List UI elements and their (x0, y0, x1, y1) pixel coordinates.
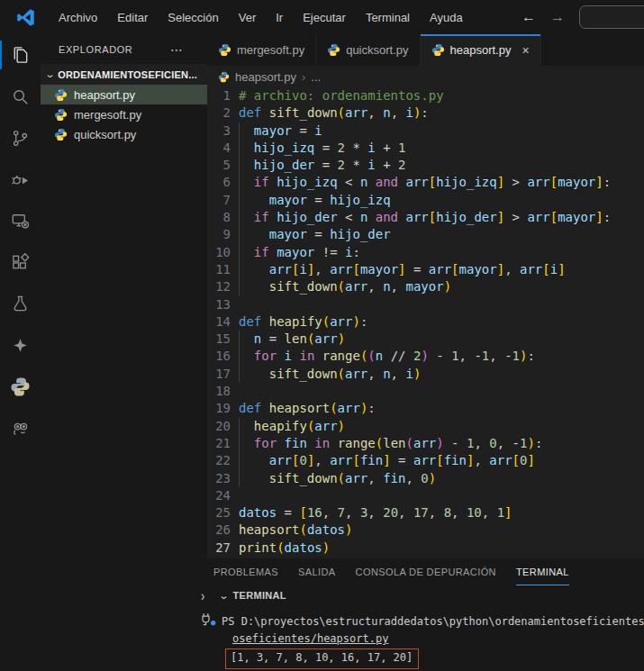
folder-row-ordenamientoseficientes[interactable]: ⌄ ORDENAMIENTOSEFICIEN... (41, 64, 207, 85)
line-content: mayor = hijo_der (239, 226, 644, 243)
python-file-icon (54, 108, 68, 122)
activity-remote-explorer-icon[interactable] (0, 200, 41, 241)
line-number: 5 (207, 157, 239, 174)
python-file-icon (327, 43, 340, 57)
line-number: 11 (207, 261, 239, 278)
menu-item-ayuda[interactable]: Ayuda (422, 7, 471, 28)
line-number: 1 (207, 87, 239, 104)
command-decoration-dot[interactable]: ● (211, 614, 215, 631)
code-line: 9 mayor = hijo_der (207, 226, 644, 243)
line-content: hijo_izq = 2 * i + 1 (239, 140, 644, 157)
activity-run-debug-icon[interactable] (0, 159, 41, 200)
code-editor[interactable]: 1# archivo: ordenamientos.py2def sift_do… (207, 87, 644, 558)
python-file-icon (54, 88, 68, 102)
line-number: 24 (207, 487, 239, 504)
activity-mascot-extension-icon[interactable] (0, 407, 41, 449)
activity-search-icon[interactable] (0, 76, 41, 117)
tab-mergesoft-py[interactable]: mergesoft.py (207, 34, 316, 66)
command-center-search[interactable] (579, 5, 644, 29)
menu-item-ver[interactable]: Ver (231, 7, 265, 28)
line-number: 13 (207, 296, 239, 313)
breadcrumb[interactable]: heapsort.py › ... (207, 66, 644, 87)
more-actions-icon[interactable]: ⋯ (170, 46, 207, 53)
panel-expand-icon[interactable]: › (201, 587, 204, 603)
code-line: 2def sift_down(arr, n, i): (207, 104, 644, 122)
code-line: 27print(datos) (207, 540, 644, 557)
line-number: 21 (207, 435, 239, 452)
breadcrumb-symbol[interactable]: ... (311, 70, 321, 84)
line-number: 4 (207, 140, 239, 157)
tab-label: quicksort.py (346, 43, 408, 57)
line-content: if mayor != i: (239, 244, 644, 261)
line-content: heapsort(datos) (239, 521, 644, 539)
file-item-quicksort-py[interactable]: quicksort.py (41, 124, 207, 144)
close-icon[interactable]: × (522, 43, 529, 58)
activity-copilot-sparkle-icon[interactable] (0, 324, 41, 366)
line-content: for fin in range(len(arr) - 1, 0, -1): (239, 435, 644, 452)
forward-arrow-icon[interactable]: → (550, 10, 565, 24)
activity-testing-icon[interactable] (0, 283, 41, 324)
indent-guide (239, 418, 240, 435)
python-file-icon (54, 128, 68, 141)
code-line: 16 for i in range((n // 2) - 1, -1, -1): (207, 348, 644, 365)
line-number: 8 (207, 209, 239, 226)
panel-tab-terminal[interactable]: TERMINAL (516, 558, 569, 585)
indent-guide (239, 122, 240, 140)
line-content: sift_down(arr, n, mayor) (239, 278, 644, 295)
terminal-command-line: ●PS D:\proyectos\estructuraddedatos\pyth… (196, 613, 644, 630)
back-arrow-icon[interactable]: ← (522, 10, 536, 24)
code-line: 1# archivo: ordenamientos.py (207, 87, 644, 104)
line-number: 22 (207, 452, 239, 469)
indent-guide (239, 348, 240, 365)
activity-extensions-icon[interactable] (0, 241, 41, 283)
terminal-section-header[interactable]: › ⌄ TERMINAL (196, 585, 644, 605)
indent-guide (239, 452, 240, 469)
indent-guide (239, 278, 240, 295)
panel-tab-problemas[interactable]: PROBLEMAS (213, 558, 278, 585)
line-content: arr[0], arr[fin] = arr[fin], arr[0] (239, 452, 644, 469)
activity-explorer-icon[interactable] (0, 34, 41, 76)
file-item-mergesoft-py[interactable]: mergesoft.py (41, 104, 207, 124)
tab-quicksort-py[interactable]: quicksort.py (316, 34, 420, 66)
menu-bar: ArchivoEditarSelecciónVerIrEjecutarTermi… (50, 7, 471, 28)
tab-heapsort-py[interactable]: heapsort.py× (421, 34, 541, 66)
file-item-heapsort-py[interactable]: heapsort.py (41, 85, 207, 104)
menu-item-ir[interactable]: Ir (268, 7, 291, 28)
line-number: 19 (207, 400, 239, 417)
code-line: 22 arr[0], arr[fin] = arr[fin], arr[0] (207, 452, 644, 469)
breadcrumb-file[interactable]: heapsort.py (235, 70, 296, 84)
panel-tab-salida[interactable]: SALIDA (298, 558, 336, 585)
terminal-file-link[interactable]: oseficientes/heapsort.py (232, 632, 388, 645)
python-file-icon (218, 71, 230, 83)
line-content: def heapify(arr): (239, 313, 644, 331)
activity-source-control-icon[interactable] (0, 117, 41, 159)
menu-item-ejecutar[interactable]: Ejecutar (295, 7, 354, 28)
code-line: 19def heapsort(arr): (207, 400, 644, 417)
python-file-icon (218, 43, 231, 57)
line-content: heapify(arr) (239, 418, 644, 435)
terminal-output[interactable]: ●PS D:\proyectos\estructuraddedatos\pyth… (196, 613, 644, 669)
menu-item-terminal[interactable]: Terminal (358, 7, 418, 28)
line-number: 14 (207, 313, 239, 331)
activity-python-icon[interactable] (0, 366, 41, 407)
tab-label: mergesoft.py (237, 43, 304, 57)
menu-item-editar[interactable]: Editar (109, 7, 156, 28)
menu-item-archivo[interactable]: Archivo (50, 7, 105, 28)
panel-tab-consola-de-depuracion[interactable]: CONSOLA DE DEPURACIÓN (356, 558, 496, 585)
code-line: 17 sift_down(arr, n, i) (207, 366, 644, 383)
code-line: 7 mayor = hijo_izq (207, 192, 644, 209)
indent-guide (239, 470, 240, 487)
indent-guide (239, 331, 240, 348)
terminal-text: PS D:\proyectos\estructuraddedatos\pytho… (222, 615, 644, 628)
indent-guide (239, 209, 240, 226)
line-number: 23 (207, 470, 239, 487)
code-line: 10 if mayor != i: (207, 244, 644, 261)
explorer-sidebar: EXPLORADOR ⋯ ⌄ ORDENAMIENTOSEFICIEN... h… (41, 34, 207, 671)
code-line: 6 if hijo_izq < n and arr[hijo_izq] > ar… (207, 174, 644, 191)
highlighted-output-box: [1, 3, 7, 8, 10, 16, 17, 20] (225, 648, 419, 669)
line-content: if hijo_der < n and arr[hijo_der] > arr[… (239, 209, 644, 226)
menu-item-seleccion[interactable]: Selección (159, 7, 226, 28)
line-number: 26 (207, 521, 239, 539)
code-line: 23 sift_down(arr, fin, 0) (207, 470, 644, 487)
line-content (239, 296, 644, 313)
